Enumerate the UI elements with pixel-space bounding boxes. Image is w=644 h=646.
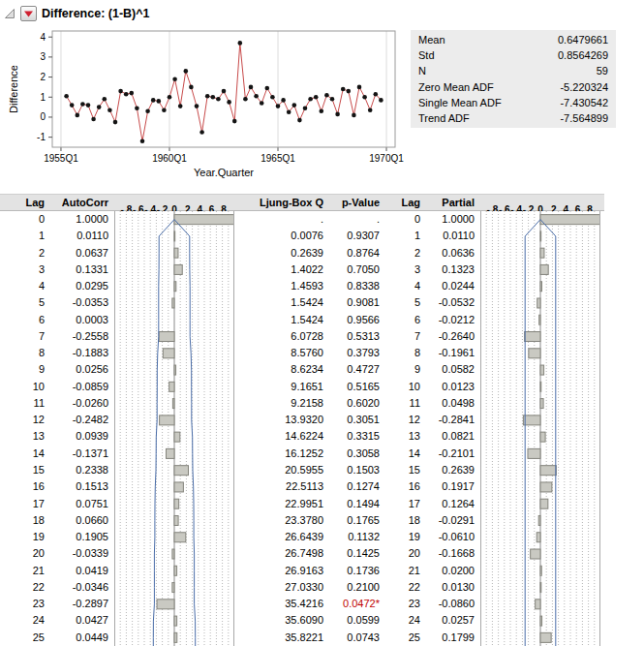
report-title: Difference: (1-B)^1: [42, 7, 150, 20]
lag-value: 7: [8, 328, 45, 345]
disclosure-triangle-icon[interactable]: [4, 8, 15, 19]
lag-value: 14: [8, 446, 45, 462]
ljung-box-q-value: 26.6439: [238, 529, 323, 545]
ljung-box-q-value: 35.6090: [238, 612, 323, 629]
autocorr-value: 0.0427: [45, 612, 108, 629]
lag-value-2: 7: [380, 328, 420, 345]
partial-value: 0.2639: [420, 462, 475, 478]
lag-value: 1: [8, 228, 45, 244]
stat-label: Single Mean ADF: [418, 95, 502, 110]
autocorr-value: 0.0419: [45, 563, 108, 579]
p-value: 0.6020: [323, 395, 380, 412]
svg-text:Year.Quarter: Year.Quarter: [194, 167, 254, 178]
ljung-box-q-value: .: [238, 211, 323, 228]
partial-value: 0.1917: [420, 478, 475, 495]
lag-value: 4: [8, 278, 45, 294]
partial-value: -0.2101: [420, 446, 475, 462]
ljung-box-q-value: 14.6224: [238, 428, 323, 445]
p-value: 0.2100: [323, 579, 380, 596]
lag-value-2: 15: [380, 462, 420, 478]
ljung-box-q-value: 9.1651: [238, 379, 323, 395]
stat-row-n: N 59: [411, 63, 616, 78]
svg-text:1970Q1: 1970Q1: [369, 153, 404, 164]
ljung-box-q-value: 1.4022: [238, 261, 323, 278]
partial-value: 0.0123: [420, 379, 475, 395]
partial-value: -0.0212: [420, 312, 475, 328]
p-value: 0.1274: [323, 478, 380, 495]
header-lag-2: Lag: [380, 197, 420, 208]
autocorr-bar-plot[interactable]: [114, 211, 234, 646]
lag-value: 8: [8, 345, 45, 361]
autocorr-value: -0.0339: [45, 545, 108, 562]
p-value: 0.8764: [323, 245, 380, 261]
lag-value-2: 19: [380, 529, 420, 545]
ljung-box-q-value: 22.5113: [238, 478, 323, 495]
ljung-box-q-value: 16.1252: [238, 446, 323, 462]
lag-value: 3: [8, 261, 45, 278]
p-value: 0.0743: [323, 630, 380, 646]
autocorr-value: 1.0000: [45, 211, 108, 228]
lag-value: 20: [8, 545, 45, 562]
autocorr-value: 0.0660: [45, 512, 108, 529]
lag-value-2: 5: [380, 294, 420, 311]
stat-value: 0.8564269: [558, 47, 608, 63]
partial-value: -0.0860: [420, 596, 475, 612]
jmp-difference-report: Difference: (1-B)^1 1955Q11960Q11965Q119…: [0, 0, 644, 646]
p-value: 0.1736: [323, 563, 380, 579]
svg-text:1: 1: [40, 92, 46, 103]
summary-statistics-panel: Mean 0.6479661 Std 0.8564269 N 59 Zero M…: [411, 30, 616, 128]
lag-value: 25: [8, 630, 45, 646]
p-value: 0.9081: [323, 294, 380, 311]
lag-value-2: 20: [380, 545, 420, 562]
svg-text:4: 4: [40, 32, 46, 43]
ljung-box-q-value: 6.0728: [238, 328, 323, 345]
p-value: 0.1132: [323, 529, 380, 545]
p-value: 0.9307: [323, 228, 380, 244]
p-value: 0.9566: [323, 312, 380, 328]
lag-value-2: 22: [380, 579, 420, 596]
report-header: Difference: (1-B)^1: [4, 6, 150, 21]
lag-value-2: 23: [380, 596, 420, 612]
autocorr-value: -0.0353: [45, 294, 108, 311]
stat-label: Mean: [418, 32, 445, 47]
partial-value: 0.1323: [420, 261, 475, 278]
lag-value: 24: [8, 612, 45, 629]
autocorr-value: -0.1883: [45, 345, 108, 361]
lag-value: 9: [8, 361, 45, 378]
lag-value: 0: [8, 211, 45, 228]
partial-value: -0.2841: [420, 412, 475, 428]
lag-value-2: 12: [380, 412, 420, 428]
ljung-box-q-value: 0.2639: [238, 245, 323, 261]
lag-value: 13: [8, 428, 45, 445]
difference-time-series-plot[interactable]: 1955Q11960Q11965Q11970Q1-101234Year.Quar…: [6, 23, 407, 188]
ljung-box-q-value: 9.2158: [238, 395, 323, 412]
partial-value: -0.0291: [420, 512, 475, 529]
header-ljung-box-q: Ljung-Box Q: [238, 197, 323, 208]
lag-value-2: 6: [380, 312, 420, 328]
lag-value: 12: [8, 412, 45, 428]
lag-value-2: 18: [380, 512, 420, 529]
red-triangle-menu-button[interactable]: [20, 6, 37, 21]
partial-value: 0.0200: [420, 563, 475, 579]
lag-value: 15: [8, 462, 45, 478]
lag-value: 2: [8, 245, 45, 261]
header-partial: Partial: [420, 197, 475, 208]
autocorr-value: 0.2338: [45, 462, 108, 478]
p-value: 0.0599: [323, 612, 380, 629]
lag-value-2: 3: [380, 261, 420, 278]
p-value: 0.1494: [323, 496, 380, 512]
lag-value-2: 11: [380, 395, 420, 412]
autocorr-value: 0.1331: [45, 261, 108, 278]
partial-value: 0.0821: [420, 428, 475, 445]
partial-autocorr-bar-plot[interactable]: [480, 211, 600, 646]
partial-value: -0.0610: [420, 529, 475, 545]
p-value: 0.1425: [323, 545, 380, 562]
stat-value: 0.6479661: [558, 32, 608, 47]
partial-value: 0.0582: [420, 361, 475, 378]
lag-value: 16: [8, 478, 45, 495]
autocorr-value: 0.1905: [45, 529, 108, 545]
p-value: 0.8338: [323, 278, 380, 294]
autocorr-value: -0.2558: [45, 328, 108, 345]
stat-row-std: Std 0.8564269: [411, 47, 616, 63]
stat-label: Std: [418, 47, 435, 63]
